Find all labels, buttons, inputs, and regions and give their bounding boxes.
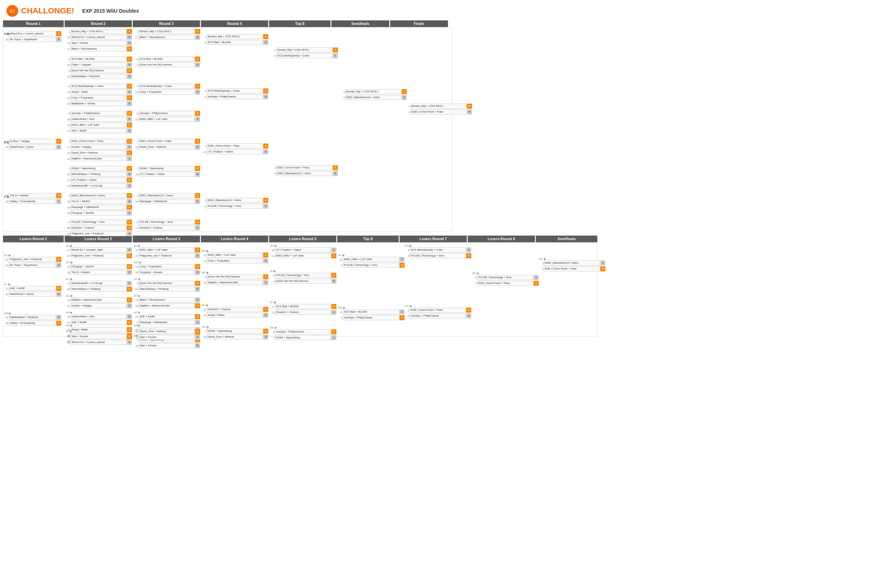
w-semi-m1: 1Boreal | Ally + COG MVG |3 3EMG | Black… [340,89,407,100]
l-r7-bo: BO ▶ 2EGE | Chrim Foish + Poke3 5Iceninj… [405,304,471,318]
challonge-logo-icon: C! [6,4,19,17]
w-rnd4-header: Round 4 [201,20,268,27]
w-r3-m5: 2EGE | Chrim Foish + Poke2 15David_Give … [134,139,200,150]
l-r4-bd: BD ▶ 12EMG | Blitz + LoF Xatic2 13Cozy +… [202,249,268,263]
w-r2-m13: 3EMG | Blacktwins13 + Astro2 30The D + M… [66,193,132,204]
w-r3-m2: 8SCS lliad + BLANK2 9[Giver Her the DK] … [134,56,200,67]
w-r2-m4: 9[Giver Her the DK] Hammo2 24DiabloMablo… [66,68,132,79]
l-r2-aq: AQ ▶ 18Majikku + AwesomeCake2 31Kurtisu … [66,294,132,308]
bracket-label-a: A ▶ [4,32,10,36]
w-r4-m4: 3EMG | Blacktwins13 + Astro2 6PULSE | Te… [202,198,268,209]
w-r1-matchA: 32WhoruTzu + Lemon_wizard2 33Mr. Popo + … [4,31,61,42]
w-rnd1-header: Round 1 [3,20,64,27]
l-rnd5-header: Losers Round 5 [269,236,337,242]
winners-bracket-section: Round 1 Round 2 Round 3 Round 4 Top 8 Se… [1,20,869,232]
w-r2-m10: 15David_Give + Method2 18Majikku + Aweso… [66,150,132,161]
w-finals-m1: 1Boreal | Ally + COG MVG |3 2EGE | Chrim… [406,104,472,114]
l-rnd3-header: Losers Round 3 [133,236,200,242]
l-r3-av: AV ▶ 13EMG | Blitz + LoF Xatic2 22Pidgez… [134,244,200,258]
l-top8-header: Top 8 [337,236,399,242]
w-r3-m3: 4SCS MeekSpeedy + Culex2 13Cozy + Frupca… [134,84,200,95]
losers-round-headers: Losers Round 1 Losers Round 2 Losers Rou… [3,236,867,242]
l-r2-an: AN ▶ 27Minish Ex + Usurper_Marr0 22Pidge… [66,244,132,258]
losers-bracket-section: Losers Round 1 Losers Round 2 Losers Rou… [1,233,869,337]
w-r2-m8: 12EMG | Blitz + LoF Xatic2 21A2E + Azdif… [66,122,132,133]
winners-round-headers: Round 1 Round 2 Round 3 Round 4 Top 8 Se… [3,20,867,27]
l-r5-bj: BJ ▶ 11SCS lliad + BLANK2 11Dreamm + Cha… [270,301,337,315]
w-top8-m1: 1Boreal | Ally + COG MVG |3 4SCS MeekSpe… [271,48,338,58]
w-r3-m1: 1Boreal | Ally + COG MVG |2 17Blanc + Mo… [134,29,200,40]
w-r1-kurtisu: 31Kurtisu + wingey2 34NotAThreat + Quinn… [4,139,61,150]
l-r7-bn: BN ▶ 4SCS MeekSpeedy + Culex1 6PULSE | T… [405,244,471,258]
l-r1-al: AL ▶ 21A2E + Azdiff2 34NotAThreat + Quin… [4,282,61,297]
w-r2-m3: 8SCS lliad + BLANK2 25Chiko + Jubiyab0 [66,56,132,67]
w-r2-m11: 7DKbill + Spacedong2 26NekuShikazu + Pho… [66,166,132,177]
losers-bracket-body: AK ▶ 22Pidgezero_one + Pastecat2 33Mr. P… [3,242,597,337]
w-r2-m5: 4SCS MeekSpeedy + Culex2 29Asaaj + Raiko… [66,84,132,95]
w-r4-m1: 1Boreal | Ally + COG MVG |2 8SCS lliad +… [202,34,268,45]
w-r2-m14: 14Rampage + Miketavish2 19Fizzypop + Jbo… [66,205,132,215]
l-r1-ak: AK ▶ 22Pidgezero_one + Pastecat2 33Mr. P… [4,254,61,268]
l-r3-az: AZ ▶ 21A2E + Azdiff2 -1Rampage + Miketav… [134,311,200,325]
l-r8-bp: BP ▶ 6PULSE | Technology + Smu1 2EGE | C… [472,272,539,286]
l-rnd8-header: Losers Round 8 [468,236,535,242]
l-r3-bc: 15David_Give + Method2 16Sain + Knives0 [134,329,200,340]
w-r1-the-d: 30The D + Martini2 35Hislay + GroovyAndy… [4,193,61,204]
l-r1-am: AM ▶ 24DiabloMablo + Redmist0 35Hislay +… [4,312,61,326]
header: C! CHALLONGE! EXP 2015 WiiU Doubles [1,1,869,20]
page-container: C! CHALLONGE! EXP 2015 WiiU Doubles Roun… [0,0,870,338]
tournament-info: EXP 2015 WiiU Doubles [78,8,139,14]
logo: C! CHALLONGE! [6,4,74,17]
winners-bracket-body: 32WhoruTzu + Lemon_wizard2 33Mr. Popo + … [3,27,452,232]
l-r5-bh: BH ▶ 10LP | Trulliam + Gains1 12EMG | Bl… [270,244,337,258]
l-r5-bk: BK ▶ 5Iceninja + PhillyCheeze2 7DKbill +… [270,326,337,340]
w-r3-m7: 3EMG | Blacktwins13 + Astro2 14Rampage +… [134,193,200,204]
l-r3-aw: AW ▶ 13Cozy + Frupcakes2 19Fizzypop + Jb… [134,261,200,275]
w-rnd2-header: Round 2 [64,20,132,27]
w-top8-header: Top 8 [269,20,331,27]
w-finals-header: Finals [390,20,448,27]
w-r3-m6: 7DKbill + Spacedong2 10LP | Trulliam + G… [134,166,200,177]
w-r2-m6: 13Cozy + Frupcakes2 20BaddyDan + Sendo0 [66,95,132,106]
l-r4-bg: BG ▶ 7DKbill + Spacedong2 15David_Give +… [202,325,268,340]
l-r2-ar: AR ▶ 28zolthar444id + Geo0 21A2E + Azdif… [66,311,132,325]
l-r4-be: BE ▶ 9[Giver Her the DK] Hammo2 18Majikk… [202,271,268,285]
l-r2-ao: AO ▶ 19Fizzypop + Jbones2 30The D + Mart… [66,261,132,275]
w-r2-m7: 5Iceninja + PhillyCheeze2 28zolthar444id… [66,111,132,122]
l-r3-ax: AX ▶ 9[Giver Her the DK] Hammo2 26NekuSh… [134,278,200,292]
w-r2-m2: 16Sain + Knives0 17Blanc + Moosebones2 [66,40,132,52]
l-rnd4-header: Losers Round 4 [201,236,268,242]
w-r4-m3: 2EGE | Chrim Foish + Poke2 10LP | Trulli… [202,144,268,154]
l-top8-bl: BL ▶ 12EMG | Blitz + LoF Xatic1 6PULSE |… [338,254,405,268]
l-r3-ay: AY ▶ 17Blanc + Moosebones0 18Majikku + A… [134,294,200,308]
app-name: CHALLONGE! [21,6,74,16]
l-r2-au: 16Sain + Knives2 32WhoruTzu + Lemon_wiza… [66,334,132,345]
l-rnd1-header: Losers Round 1 [3,236,64,242]
l-r5-bi: BI ▶ 6PULSE | Technology + Smu2 9[Giver … [270,270,337,284]
l-r2-ap: AP ▶ 23Mazdamax85 + Lvi 9Luigi0 26NekuSh… [66,278,132,292]
l-rnd2-header: Losers Round 2 [64,236,132,242]
l-rnd7-header: Losers Round 7 [399,236,467,242]
w-rnd3-header: Round 3 [133,20,200,27]
l-r4-bf: BF ▶ 11Dreamm + Chance2 29Asaaj + Raiko0 [202,304,268,318]
w-semis-header: Semifinals [331,20,389,27]
l-semi-bq: BQ ▶ 3EMG | Blacktwins13 + Astro1 2EGE |… [539,257,605,271]
tournament-title: EXP 2015 WiiU Doubles [78,8,139,14]
w-r2-m1: 1Boreal | Ally + COG MVG |2 32WhoruTzu +… [66,29,132,40]
w-r2-m9: 2EGE | Chrim Foish + Poke2 31Kurtisu + w… [66,139,132,150]
w-r2-m12: 10LP | Trulliam + Gains2 23Mazdamax85 + … [66,178,132,189]
w-r2-m16: 11Dreamm + Chance2 22Pidgezero_one + Pas… [66,225,132,236]
l-top8-bm: BM ▶ 11SCS lliad + BLANK1 5Iceninja + Ph… [338,306,405,320]
svg-text:C!: C! [10,9,15,14]
w-r3-m4: 5Iceninja + PhillyCheeze2 12EMG | Blitz … [134,111,200,122]
l-semis-header: Semifinals [536,236,597,242]
w-r3-m8: 6PULSE | Technology + Smu2 11Dreamm + Ch… [134,220,200,230]
w-top8-m2: 2EGE | Chrim Foish + Poke2 3EMG | Blackt… [271,165,338,176]
w-r4-m2: 4SCS MeekSpeedy + Culex2 5Iceninja + Phi… [202,88,268,99]
